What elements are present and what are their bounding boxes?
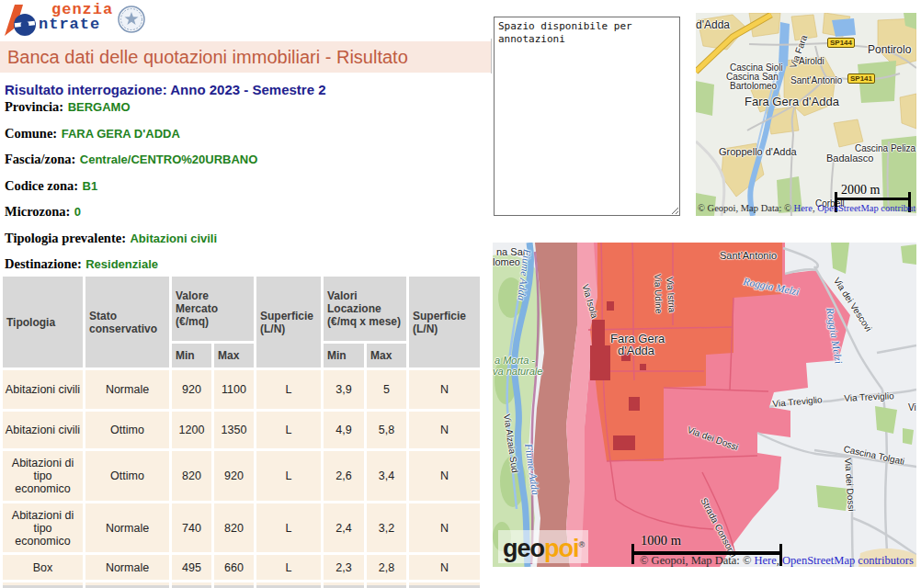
- logo-line2: ntrate: [39, 17, 113, 32]
- osm-link[interactable]: OpenStreetMap contributors: [782, 554, 914, 567]
- overview-map[interactable]: d'Adda Via Fara Airoldi Cascina Sioli Ca…: [696, 13, 916, 216]
- table-cell: 3,2: [367, 503, 406, 552]
- column-header-superficie-2: Superficie (L/N): [409, 277, 480, 368]
- osm-link[interactable]: OpenStreetMap contributors: [817, 203, 916, 213]
- table-cell: 5,8: [367, 412, 406, 448]
- here-link[interactable]: Here: [755, 554, 777, 567]
- field-fascia-zona: Fascia/zona: Centrale/CENTRO%20URBANO: [5, 152, 257, 167]
- table-cell: Abitazioni di tipo economico: [3, 451, 83, 501]
- field-label: Microzona:: [5, 204, 70, 219]
- quotations-table: Tipologia Stato conservativo Valore Merc…: [0, 274, 483, 588]
- map-attribution: © Geopoi, Map Data: © Here, OpenStreetMa…: [640, 554, 914, 567]
- table-cell: 2,3: [324, 555, 364, 580]
- table-cell: 2,6: [324, 451, 364, 501]
- field-label: Provincia:: [5, 99, 63, 114]
- scale-label: 1000 m: [641, 533, 681, 548]
- table-cell: 1100: [214, 370, 254, 409]
- table-cell: 920: [172, 370, 211, 409]
- scale-bar-tick: [631, 544, 634, 564]
- field-codice-zona: Codice zona: B1: [5, 178, 257, 194]
- table-cell: L: [256, 451, 321, 501]
- field-comune: Comune: FARA GERA D'ADDA: [5, 126, 257, 141]
- table-cell: N: [409, 503, 480, 552]
- attribution-text: © Geopoi, Map Data: ©: [640, 554, 755, 567]
- map-label: Cascina Peliza: [855, 143, 915, 153]
- table-row: Abitazioni civili Normale 920 1100 L 3,9…: [3, 370, 480, 409]
- table-cell: L: [256, 555, 321, 580]
- map-label: Vi: [908, 402, 916, 413]
- map-label: Bartolomeo: [730, 81, 777, 91]
- result-fields: Provincia: BERGAMO Comune: FARA GERA D'A…: [5, 99, 257, 283]
- table-cell: 740: [172, 503, 211, 552]
- table-row: Box Normale 495 660 L 2,3 2,8 N: [3, 555, 480, 580]
- table-cell: 920: [214, 451, 254, 501]
- map-label: va naturale: [493, 366, 542, 377]
- road-badge-sp144: SP144: [827, 38, 855, 48]
- table-cell: 1200: [172, 412, 211, 448]
- annotation-textarea[interactable]: Spazio disponibile per annotazioni: [494, 17, 680, 216]
- field-destinazione: Destinazione: Residenziale: [5, 256, 257, 272]
- map-label: lomeo: [493, 256, 520, 267]
- field-value: 0: [74, 205, 81, 219]
- table-cell: 820: [214, 503, 254, 552]
- table-cell: 2,4: [324, 503, 364, 552]
- here-link[interactable]: Here: [794, 203, 813, 213]
- table-cell: N: [409, 451, 480, 501]
- table-cell: Ottimo: [85, 451, 169, 501]
- agenzia-entrate-mark-icon: [4, 3, 37, 38]
- map-label: Airoldi: [799, 56, 824, 66]
- map-attribution: © Geopoi, Map Data: © Here, OpenStreetMa…: [698, 203, 916, 213]
- table-cell: Normale: [85, 370, 169, 409]
- table-cell: Normale: [85, 555, 169, 580]
- scale-label: 2000 m: [841, 183, 880, 198]
- geopoi-logo: geopoi®: [498, 530, 588, 563]
- column-header-min: Min: [324, 344, 364, 368]
- field-value: BERGAMO: [68, 100, 131, 114]
- map-label: a Morta -: [495, 355, 535, 366]
- zone-map-canvas: [493, 243, 916, 567]
- field-microzona: Microzona: 0: [5, 204, 257, 220]
- page-title: Banca dati delle quotazioni immobiliari …: [0, 41, 491, 73]
- agenzia-entrate-logo: genzia ntrate: [4, 3, 146, 38]
- attribution-text: © Geopoi, Map Data: ©: [698, 203, 794, 213]
- zone-map[interactable]: na San lomeo Fiume Adda a Morta - va nat…: [493, 243, 916, 567]
- table-cell: 3,4: [367, 451, 406, 501]
- field-value: Abitazioni civili: [130, 232, 217, 245]
- field-label: Fascia/zona:: [5, 152, 75, 166]
- field-value: B1: [83, 179, 98, 193]
- field-tipologia-prevalente: Tipologia prevalente: Abitazioni civili: [5, 231, 257, 246]
- table-cell: Abitazioni di tipo economico: [3, 503, 83, 552]
- column-header-tipologia: Tipologia: [3, 277, 83, 368]
- column-header-min: Min: [172, 344, 211, 368]
- map-label: Via Udine: [653, 274, 665, 314]
- table-cell: 5: [367, 370, 406, 409]
- map-label: Groppello d'Adda: [719, 146, 797, 157]
- table-cell: N: [409, 412, 480, 448]
- field-provincia: Provincia: BERGAMO: [5, 99, 257, 115]
- table-cell: 1350: [214, 412, 254, 448]
- page: genzia ntrate Banca dati delle quotazion…: [0, 0, 921, 588]
- map-label: Badalasco: [826, 153, 873, 164]
- field-label: Destinazione:: [5, 256, 82, 271]
- table-cell: 495: [172, 555, 211, 580]
- road-badge-sp141: SP141: [847, 74, 875, 84]
- table-cell: L: [256, 370, 321, 409]
- table-row: Abitazioni civili Ottimo 1200 1350 L 4,9…: [3, 412, 480, 448]
- logo-wordmark: genzia ntrate: [39, 3, 113, 32]
- field-label: Tipologia prevalente:: [5, 231, 126, 245]
- table-cell: 3,9: [324, 370, 364, 409]
- map-label: d'Adda: [696, 18, 730, 31]
- field-value: Residenziale: [85, 257, 158, 271]
- map-label: Sant'Antonio: [720, 250, 777, 261]
- scale-bar: [836, 198, 910, 200]
- field-label: Codice zona:: [5, 178, 78, 193]
- result-heading: Risultato interrogazione: Anno 2023 - Se…: [5, 82, 326, 97]
- column-header-max: Max: [367, 344, 406, 368]
- field-label: Comune:: [5, 126, 57, 141]
- field-value: FARA GERA D'ADDA: [62, 127, 180, 141]
- column-header-stato: Stato conservativo: [85, 277, 169, 368]
- column-header-max: Max: [214, 344, 254, 368]
- map-label: Sant'Antonio: [790, 75, 842, 85]
- column-header-valori-locazione: Valori Locazione (€/mq x mese): [324, 277, 406, 341]
- table-row: Abitazioni di tipo economico Ottimo 820 …: [3, 451, 480, 501]
